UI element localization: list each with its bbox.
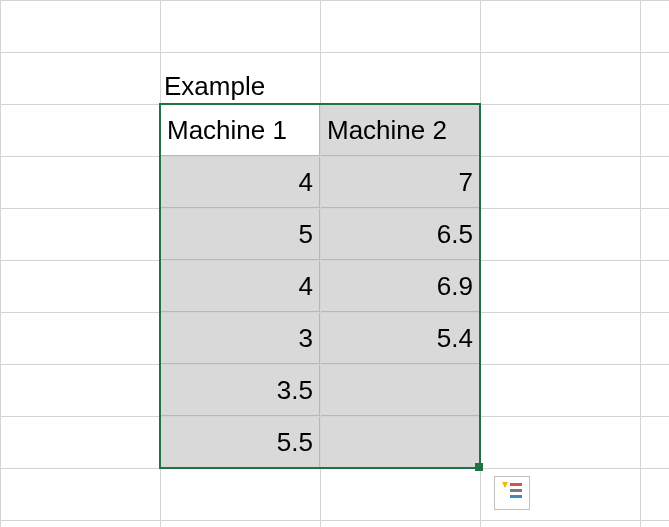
table-cell[interactable]: 6.5	[321, 209, 480, 260]
spreadsheet-grid[interactable]: ExampleMachine 1Machine 24756.546.935.43…	[0, 0, 669, 527]
table-cell[interactable]: 3	[161, 313, 320, 364]
table-cell[interactable]: 5	[161, 209, 320, 260]
gridline-horizontal	[0, 52, 669, 53]
quick-analysis-button[interactable]	[494, 476, 530, 510]
title-cell[interactable]: Example	[160, 52, 320, 104]
quick-analysis-icon	[501, 481, 523, 505]
gridline-horizontal	[0, 520, 669, 521]
table-cell[interactable]: 5.5	[161, 417, 320, 468]
table-header[interactable]: Machine 2	[321, 105, 480, 156]
table-cell[interactable]: 6.9	[321, 261, 480, 312]
svg-rect-2	[510, 489, 522, 492]
gridline-horizontal	[0, 468, 669, 469]
table-cell[interactable]: 4	[161, 157, 320, 208]
gridline-horizontal	[0, 0, 669, 1]
gridline-vertical	[640, 0, 641, 527]
table-cell[interactable]	[321, 417, 480, 468]
table-cell[interactable]	[321, 365, 480, 416]
table-cell[interactable]: 3.5	[161, 365, 320, 416]
table-cell[interactable]: 7	[321, 157, 480, 208]
gridline-vertical	[480, 0, 481, 527]
svg-rect-3	[510, 495, 522, 498]
table-header[interactable]: Machine 1	[161, 105, 320, 156]
svg-rect-1	[510, 483, 522, 486]
gridline-vertical	[0, 0, 1, 527]
table-cell[interactable]: 5.4	[321, 313, 480, 364]
svg-marker-0	[502, 482, 508, 488]
table-cell[interactable]: 4	[161, 261, 320, 312]
